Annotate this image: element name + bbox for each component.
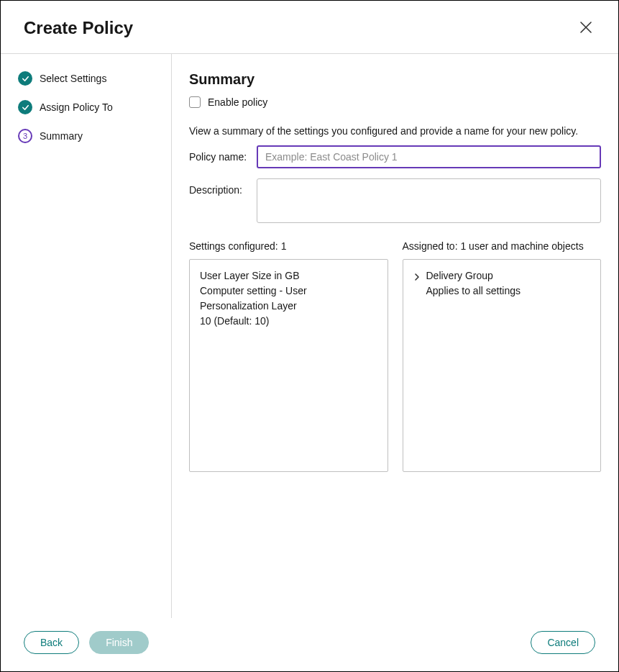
- assigned-item: Delivery Group Applies to all settings: [413, 268, 591, 299]
- main-content: Summary Enable policy View a summary of …: [172, 54, 618, 618]
- setting-name: User Layer Size in GB: [200, 268, 377, 283]
- expand-toggle[interactable]: [413, 268, 421, 286]
- step-assign-policy-to[interactable]: Assign Policy To: [18, 100, 171, 114]
- description-label: Description:: [189, 178, 257, 196]
- assigned-item-scope: Applies to all settings: [426, 283, 521, 299]
- step-label: Select Settings: [40, 73, 106, 84]
- close-icon: [579, 21, 592, 34]
- create-policy-modal: Create Policy Select Settings Assign Pol…: [0, 0, 619, 672]
- step-number-badge: 3: [18, 129, 32, 143]
- setting-value: 10 (Default: 10): [200, 314, 377, 329]
- helper-text: View a summary of the settings you confi…: [189, 125, 601, 137]
- assigned-item-title: Delivery Group: [426, 268, 521, 283]
- check-icon: [18, 100, 32, 114]
- policy-name-label: Policy name:: [189, 145, 257, 163]
- modal-body: Select Settings Assign Policy To 3 Summa…: [1, 53, 618, 618]
- description-input[interactable]: [257, 178, 601, 223]
- page-title: Summary: [189, 71, 601, 88]
- assigned-to-list[interactable]: Delivery Group Applies to all settings: [403, 259, 602, 472]
- modal-header: Create Policy: [1, 1, 618, 53]
- modal-footer: Back Finish Cancel: [1, 618, 618, 671]
- modal-title: Create Policy: [24, 18, 133, 38]
- step-select-settings[interactable]: Select Settings: [18, 71, 171, 86]
- setting-category: Computer setting - User Personalization …: [200, 283, 377, 314]
- settings-configured-header: Settings configured: 1: [189, 240, 388, 252]
- assigned-to-header: Assigned to: 1 user and machine objects: [403, 240, 602, 252]
- cancel-button[interactable]: Cancel: [531, 631, 595, 654]
- finish-button[interactable]: Finish: [89, 631, 149, 654]
- step-summary[interactable]: 3 Summary: [18, 129, 171, 143]
- back-button[interactable]: Back: [24, 631, 79, 654]
- policy-name-input[interactable]: [257, 145, 601, 168]
- step-label: Summary: [40, 130, 83, 142]
- description-row: Description:: [189, 178, 601, 223]
- summary-columns: Settings configured: 1 User Layer Size i…: [189, 240, 601, 472]
- chevron-right-icon: [413, 273, 421, 281]
- wizard-steps: Select Settings Assign Policy To 3 Summa…: [1, 54, 172, 618]
- close-button[interactable]: [577, 18, 595, 39]
- enable-policy-checkbox[interactable]: [189, 96, 201, 108]
- enable-policy-row: Enable policy: [189, 96, 601, 108]
- step-label: Assign Policy To: [40, 101, 113, 113]
- enable-policy-label: Enable policy: [208, 96, 267, 108]
- check-icon: [18, 71, 32, 86]
- settings-configured-list[interactable]: User Layer Size in GB Computer setting -…: [189, 259, 388, 472]
- assigned-to-column: Assigned to: 1 user and machine objects …: [403, 240, 602, 472]
- policy-name-row: Policy name:: [189, 145, 601, 168]
- setting-item: User Layer Size in GB Computer setting -…: [200, 268, 377, 329]
- settings-configured-column: Settings configured: 1 User Layer Size i…: [189, 240, 388, 472]
